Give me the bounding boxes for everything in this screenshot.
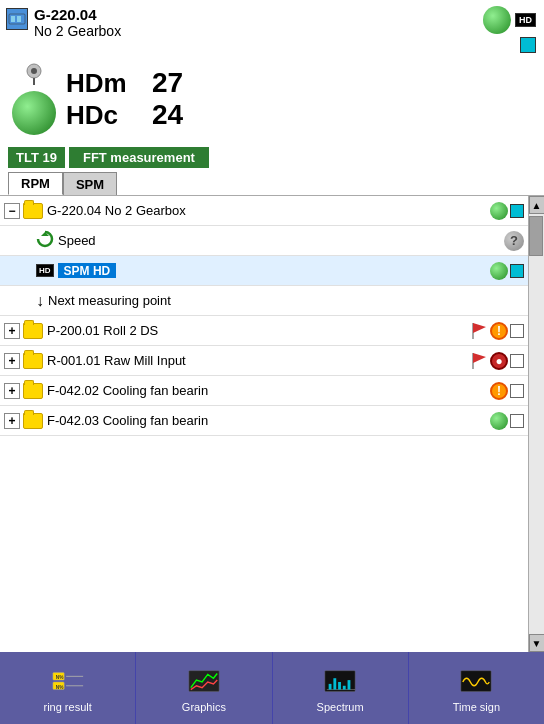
hd-icon: HD [36,264,54,277]
device-id: G-220.04 [34,6,121,23]
hdc-label: HDc [66,100,136,131]
device-name: No 2 Gearbox [34,23,121,39]
tree-row-icons: ● [470,352,524,370]
arrow-down-icon: ↓ [36,292,44,310]
green-status-dot [490,412,508,430]
nav-item-ring-result[interactable]: N% N% ring result [0,652,136,724]
svg-marker-8 [473,323,486,333]
tree-item-label: G-220.04 No 2 Gearbox [47,203,490,218]
warning-icon: ! [490,322,508,340]
svg-text:N%: N% [55,675,63,680]
header-right: HD [483,6,536,53]
tab-spm[interactable]: SPM [63,172,117,195]
checkbox[interactable] [510,324,524,338]
nav-label-time-sign: Time sign [453,701,500,713]
svg-text:N%: N% [55,684,63,689]
folder-icon [23,203,43,219]
measurement-icons [12,63,56,135]
nav-item-spectrum[interactable]: Spectrum [273,652,409,724]
svg-rect-20 [329,683,332,689]
tree-row-icons [490,412,524,430]
tree-row[interactable]: + P-200.01 Roll 2 DS ! [0,316,528,346]
status-bar: TLT 19 FFT measurement [0,143,544,172]
fft-badge: FFT measurement [69,147,209,168]
folder-icon [23,323,43,339]
folder-icon [23,383,43,399]
expand-button[interactable]: + [4,383,20,399]
svg-rect-23 [343,685,346,689]
tree-row-icons [490,262,524,280]
tree-row[interactable]: + F-042.02 Cooling fan bearin ! [0,376,528,406]
checkbox[interactable] [510,384,524,398]
measurement-area: HDm 27 HDc 24 [0,55,544,143]
folder-icon [23,413,43,429]
cyan-square-icon [510,264,524,278]
checkbox[interactable] [510,414,524,428]
tree-item-label: F-042.03 Cooling fan bearin [47,413,490,428]
green-status-dot [490,202,508,220]
tree-row[interactable]: − G-220.04 No 2 Gearbox [0,196,528,226]
svg-rect-24 [348,680,351,689]
red-flag-icon [470,323,488,339]
nav-item-graphics[interactable]: Graphics [136,652,272,724]
tree-row[interactable]: Speed ? [0,226,528,256]
status-ball [12,91,56,135]
expand-button[interactable]: + [4,323,20,339]
cyan-square-icon [510,204,524,218]
tree-item-label: F-042.02 Cooling fan bearin [47,383,490,398]
refresh-icon [36,230,54,252]
svg-rect-21 [334,678,337,689]
svg-rect-22 [338,682,341,690]
spectrum-icon [322,666,358,698]
scroll-down-arrow[interactable]: ▼ [529,634,545,652]
tree-row[interactable]: ↓ Next measuring point [0,286,528,316]
hdm-value: 27 [152,67,183,99]
warning-icon: ! [490,382,508,400]
tree-item-label: SPM HD [58,263,490,278]
graphics-icon [186,666,222,698]
error-icon: ● [490,352,508,370]
tree-row[interactable]: + F-042.03 Cooling fan bearin [0,406,528,436]
tree-item-label: P-200.01 Roll 2 DS [47,323,470,338]
tree-list: − G-220.04 No 2 Gearbox [0,196,528,652]
svg-rect-2 [17,16,21,22]
svg-marker-10 [473,353,486,363]
scrollbar[interactable]: ▲ ▼ [528,196,544,652]
scroll-up-arrow[interactable]: ▲ [529,196,545,214]
checkbox[interactable] [510,354,524,368]
nav-label-ring-result: ring result [43,701,91,713]
cyan-square-top [520,37,536,53]
nav-item-time-sign[interactable]: Time sign [409,652,544,724]
spm-hd-badge: SPM HD [58,263,117,278]
tab-bar: RPM SPM [0,172,544,195]
hd-badge: HD [515,13,536,27]
tree-row[interactable]: HD SPM HD [0,256,528,286]
folder-icon [23,353,43,369]
tree-item-label: R-001.01 Raw Mill Input [47,353,470,368]
header: G-220.04 No 2 Gearbox HD [0,0,544,55]
flag-pin-icon [23,63,45,85]
tree-item-label: Next measuring point [48,293,524,308]
nav-label-spectrum: Spectrum [317,701,364,713]
expand-button[interactable]: + [4,353,20,369]
tree-item-label: Speed [58,233,504,248]
header-title: G-220.04 No 2 Gearbox [34,6,121,39]
hdm-row: HDm 27 [66,67,183,99]
svg-rect-25 [461,670,491,691]
tab-rpm[interactable]: RPM [8,172,63,195]
ring-result-icon: N% N% [50,666,86,698]
header-left: G-220.04 No 2 Gearbox [6,6,121,39]
red-flag-icon [470,353,488,369]
hdc-row: HDc 24 [66,99,183,131]
green-status-dot [490,262,508,280]
tree-row-icons [490,202,524,220]
scroll-thumb[interactable] [529,216,543,256]
bottom-nav: N% N% ring result Graphics [0,652,544,724]
expand-button[interactable]: − [4,203,20,219]
machine-icon [6,8,28,30]
expand-button[interactable]: + [4,413,20,429]
tlt-badge: TLT 19 [8,147,65,168]
tree-row-icons: ! [490,382,524,400]
tree-row[interactable]: + R-001.01 Raw Mill Input ● [0,346,528,376]
hdm-label: HDm [66,68,136,99]
